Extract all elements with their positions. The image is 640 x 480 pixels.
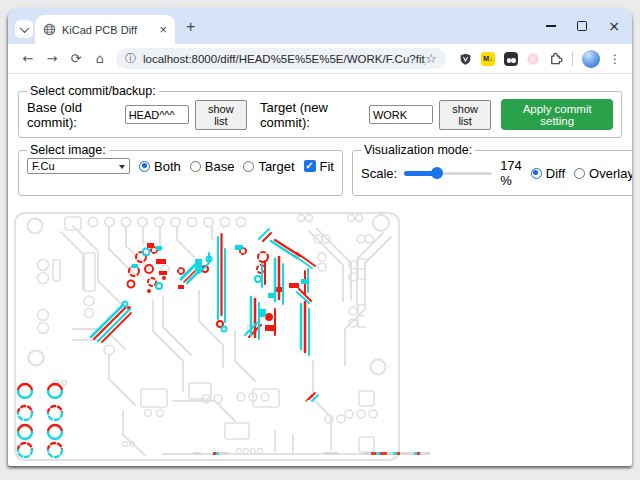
markdown-extension-icon[interactable]: M↓ [481,52,495,66]
address-bar[interactable]: ⓘ localhost:8000/diff/HEAD%5E%5E%5E/WORK… [116,48,446,69]
shield-extension-icon[interactable] [459,52,472,66]
browser-toolbar: ← → ⟳ ⌂ ⓘ localhost:8000/diff/HEAD%5E%5E… [8,44,632,74]
toolbar-divider [572,52,573,66]
commit-legend: Select commit/backup: [27,84,159,98]
desktop-background: KiCad PCB Diff × + × ← → ⟳ ⌂ ⓘ localhost… [0,0,640,480]
scale-slider[interactable] [404,167,492,179]
new-tab-button[interactable]: + [184,17,197,37]
radio-target-label[interactable]: Target [258,159,294,174]
image-fieldset: Select image: F.Cu Both Base Target ✓ [18,143,343,196]
radio-both-label[interactable]: Both [154,159,181,174]
pcb-gray-layer [15,213,399,460]
forward-icon[interactable]: → [41,51,63,66]
base-show-list-button[interactable]: show list [195,100,247,130]
maximize-icon[interactable] [577,21,587,31]
target-commit-label: Target (new commit): [260,100,365,130]
url-text[interactable]: localhost:8000/diff/HEAD%5E%5E%5E/WORK/F… [143,53,425,65]
flower-extension-icon[interactable] [527,53,539,65]
scale-value: 174 % [500,158,522,188]
window-close-icon[interactable]: × [608,19,620,33]
back-icon[interactable]: ← [17,51,39,66]
layer-select[interactable]: F.Cu [27,158,130,174]
extensions-puzzle-icon[interactable] [548,51,563,66]
tab-close-icon[interactable]: × [159,23,167,36]
browser-tab[interactable]: KiCad PCB Diff × [35,15,175,44]
diff-cyan-layer [18,229,318,457]
partially-visible-second-image [193,452,430,455]
pcb-diff-image [13,209,415,466]
site-info-icon[interactable]: ⓘ [125,51,136,66]
menu-kebab-icon[interactable]: ⋮ [609,53,621,65]
fit-checkbox[interactable]: ✓ [304,160,316,172]
bookmark-star-icon[interactable]: ☆ [425,51,437,66]
tab-search-button[interactable] [15,20,33,38]
scale-label: Scale: [361,166,397,181]
reload-icon[interactable]: ⟳ [65,51,87,66]
target-show-list-button[interactable]: show list [439,100,491,130]
fit-label[interactable]: Fit [320,159,334,174]
radio-diff-label[interactable]: Diff [546,166,565,181]
base-commit-input[interactable] [125,105,189,124]
radio-diff[interactable] [531,168,542,179]
radio-both[interactable] [139,161,150,172]
minimize-icon[interactable] [546,25,556,27]
home-icon[interactable]: ⌂ [89,51,111,66]
profile-avatar[interactable] [582,50,600,68]
extensions-row: M↓ ⋮ [459,50,621,68]
layer-select-value: F.Cu [32,160,55,172]
image-legend: Select image: [27,143,109,157]
tab-strip: KiCad PCB Diff × + × [8,8,632,44]
radio-base[interactable] [190,161,201,172]
radio-overlay-label[interactable]: Overlay [589,166,632,181]
apply-commit-button[interactable]: Apply commit setting [501,99,613,130]
base-commit-label: Base (old commit): [27,100,121,130]
visualization-legend: Visualization mode: [361,143,475,157]
commit-fieldset: Select commit/backup: Base (old commit):… [18,84,622,138]
dark-reader-extension-icon[interactable] [504,52,518,66]
chevron-down-icon [19,23,29,33]
radio-overlay[interactable] [574,168,585,179]
target-commit-input[interactable] [369,105,433,124]
tab-title: KiCad PCB Diff [62,24,159,36]
globe-favicon-icon [43,23,56,36]
radio-base-label[interactable]: Base [205,159,235,174]
browser-window: KiCad PCB Diff × + × ← → ⟳ ⌂ ⓘ localhost… [8,8,632,466]
select-arrow-icon [119,165,125,169]
visualization-fieldset: Visualization mode: Scale: 174 % Diff Ov… [352,143,632,196]
slider-thumb[interactable] [431,167,443,179]
radio-target[interactable] [243,161,254,172]
page-content: Select commit/backup: Base (old commit):… [8,74,632,466]
window-controls: × [546,8,620,44]
